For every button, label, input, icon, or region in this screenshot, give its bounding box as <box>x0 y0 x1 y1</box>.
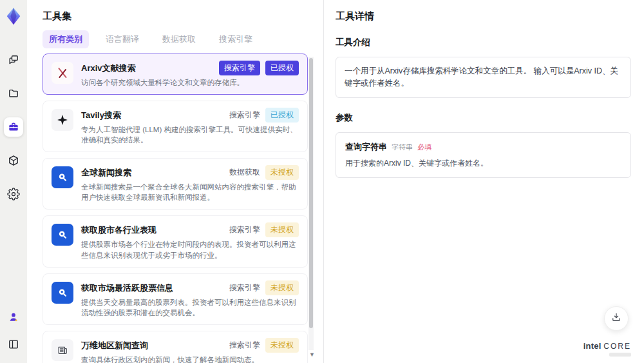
package-icon <box>7 154 20 167</box>
tool-card-body: 万维地区新闻查询 搜索引擎 未授权 查询具体行政区划内的新闻，快速了解各地新闻动… <box>81 338 299 363</box>
sidebar-item-files[interactable] <box>4 84 23 103</box>
intro-box: 一个用于从Arxiv存储库搜索科学论文和文章的工具。 输入可以是Arxiv ID… <box>336 57 631 98</box>
tool-list: Arxiv文献搜索 搜索引擎 已授权 访问各个研究领域大量科学论文和文章的存储库… <box>43 54 309 363</box>
tool-badges: 搜索引擎 未授权 <box>229 222 299 237</box>
sidebar-item-packages[interactable] <box>4 151 23 170</box>
tool-card-body: 获取股市各行业表现 搜索引擎 未授权 提供股票市场各个行业在特定时间段内的表现。… <box>81 222 299 260</box>
auth-status-badge: 未授权 <box>265 280 299 295</box>
auth-status-badge: 未授权 <box>265 338 299 353</box>
parameter-card: 查询字符串 字符串 必填 用于搜索的Arxiv ID、关键字或作者姓名。 <box>336 132 631 178</box>
tool-name: Tavily搜索 <box>81 108 121 121</box>
auth-status-badge: 未授权 <box>265 222 299 237</box>
panel-toggle-icon <box>7 338 20 351</box>
category-badge: 数据获取 <box>229 165 260 180</box>
sidebar-item-panel-toggle[interactable] <box>4 335 23 354</box>
tab-3[interactable]: 搜索引擎 <box>213 30 259 48</box>
tool-card[interactable]: 获取股市各行业表现 搜索引擎 未授权 提供股票市场各个行业在特定时间段内的表现。… <box>43 215 308 267</box>
settings-gear-icon <box>7 188 20 201</box>
news-search-icon <box>52 282 73 304</box>
tool-detail-panel: 工具详情 工具介绍 一个用于从Arxiv存储库搜索科学论文和文章的工具。 输入可… <box>324 0 644 363</box>
parameter-head: 查询字符串 字符串 必填 <box>345 141 621 153</box>
parameter-required-badge: 必填 <box>417 142 431 152</box>
tool-description: 提供当天交易量最高的股票列表。投资者可以利用这些信息来识别流动性强的股票和潜在的… <box>81 297 299 318</box>
tool-name: 获取市场最活跃股票信息 <box>81 280 173 294</box>
tool-description: 提供股票市场各个行业在特定时间段内的表现。投资者可以利用这些信息来识别表现优于或… <box>81 239 299 260</box>
download-icon <box>611 311 622 326</box>
tool-badges: 搜索引擎 未授权 <box>229 280 299 295</box>
sidebar-nav <box>4 50 23 204</box>
tool-card[interactable]: 全球新闻搜索 数据获取 未授权 全球新闻搜索是一个聚合全球各大新闻网站内容的搜索… <box>43 158 308 210</box>
category-badge: 搜索引擎 <box>229 338 260 353</box>
params-heading: 参数 <box>336 112 631 124</box>
tool-card[interactable]: Tavily搜索 搜索引擎 已授权 专为人工智能代理 (LLM) 构建的搜索引擎… <box>43 101 308 152</box>
tool-card[interactable]: Arxiv文献搜索 搜索引擎 已授权 访问各个研究领域大量科学论文和文章的存储库… <box>43 54 308 95</box>
sidebar-item-chat[interactable] <box>4 50 23 70</box>
tab-1[interactable]: 语言翻译 <box>99 30 146 48</box>
app-window: 工具集 所有类别语言翻译数据获取搜索引擎 Arxiv文献搜索 搜索引擎 已授权 … <box>0 0 644 363</box>
tool-card-body: 获取市场最活跃股票信息 搜索引擎 未授权 提供当天交易量最高的股票列表。投资者可… <box>81 280 299 318</box>
folder-icon <box>7 87 20 100</box>
tab-0[interactable]: 所有类别 <box>43 30 89 48</box>
sidebar-bottom <box>4 308 23 354</box>
page-title: 工具集 <box>43 10 309 23</box>
tool-card-body: Tavily搜索 搜索引擎 已授权 专为人工智能代理 (LLM) 构建的搜索引擎… <box>81 108 299 145</box>
tool-name: 全球新闻搜索 <box>81 165 131 179</box>
parameter-name: 查询字符串 <box>345 141 387 153</box>
sidebar-item-tools[interactable] <box>4 117 23 137</box>
tool-description: 全球新闻搜索是一个聚合全球各大新闻网站内容的搜索引擎，帮助用户快速获取全球最新资… <box>81 182 299 202</box>
tool-description: 专为人工智能代理 (LLM) 构建的搜索引擎工具。可快速提供实时、准确和真实的结… <box>81 124 299 145</box>
toolbox-icon <box>7 121 20 133</box>
news-search-icon <box>52 166 73 188</box>
scrollbar-thumb[interactable] <box>309 58 313 328</box>
tool-card-body: Arxiv文献搜索 搜索引擎 已授权 访问各个研究领域大量科学论文和文章的存储库… <box>81 61 299 88</box>
sidebar-item-settings[interactable] <box>4 184 23 204</box>
parameter-description: 用于搜索的Arxiv ID、关键字或作者姓名。 <box>345 158 621 169</box>
auth-status-badge: 已授权 <box>265 61 299 75</box>
tool-name: 万维地区新闻查询 <box>81 338 148 351</box>
tavily-icon <box>52 109 73 131</box>
tool-card[interactable]: 获取市场最活跃股票信息 搜索引擎 未授权 提供当天交易量最高的股票列表。投资者可… <box>43 273 308 325</box>
tool-description: 访问各个研究领域大量科学论文和文章的存储库。 <box>81 77 299 88</box>
tool-card-body: 全球新闻搜索 数据获取 未授权 全球新闻搜索是一个聚合全球各大新闻网站内容的搜索… <box>81 165 299 202</box>
category-badge: 搜索引擎 <box>229 222 260 237</box>
tool-badges: 搜索引擎 已授权 <box>229 108 299 123</box>
sidebar <box>0 0 27 363</box>
tool-name: Arxiv文献搜索 <box>81 61 136 74</box>
list-scrollbar[interactable] <box>308 57 314 350</box>
scroll-down-arrow-icon[interactable]: ▼ <box>309 352 315 358</box>
tool-badges: 搜索引擎 未授权 <box>229 338 299 353</box>
news-search-icon <box>52 224 73 246</box>
app-logo-icon <box>4 6 23 26</box>
intel-core-logo: intel core <box>583 341 631 357</box>
brand-sub-bar <box>609 353 631 357</box>
tool-name: 获取股市各行业表现 <box>81 222 156 236</box>
brand-word-intel: intel <box>583 341 601 351</box>
download-button[interactable] <box>604 306 629 331</box>
sidebar-item-account[interactable] <box>4 308 23 327</box>
auth-status-badge: 已授权 <box>265 108 299 123</box>
tool-badges: 数据获取 未授权 <box>229 165 299 180</box>
auth-status-badge: 未授权 <box>265 165 299 180</box>
chat-icon <box>7 54 20 66</box>
tools-list-panel: 工具集 所有类别语言翻译数据获取搜索引擎 Arxiv文献搜索 搜索引擎 已授权 … <box>27 0 324 363</box>
brand-word-core: core <box>603 342 631 351</box>
newspaper-icon <box>52 339 73 361</box>
parameter-type: 字符串 <box>392 142 413 152</box>
category-badge: 搜索引擎 <box>229 108 260 123</box>
category-tabs: 所有类别语言翻译数据获取搜索引擎 <box>43 30 309 48</box>
category-badge: 搜索引擎 <box>219 61 260 75</box>
category-badge: 搜索引擎 <box>229 280 260 295</box>
tool-badges: 搜索引擎 已授权 <box>219 61 299 75</box>
tool-card[interactable]: 万维地区新闻查询 搜索引擎 未授权 查询具体行政区划内的新闻，快速了解各地新闻动… <box>43 331 308 363</box>
tab-2[interactable]: 数据获取 <box>156 30 202 48</box>
tool-description: 查询具体行政区划内的新闻，快速了解各地新闻动态。 <box>81 355 299 363</box>
user-avatar-icon <box>7 311 20 324</box>
intro-heading: 工具介绍 <box>336 37 631 48</box>
detail-title: 工具详情 <box>336 10 631 23</box>
arxiv-icon <box>52 62 73 84</box>
